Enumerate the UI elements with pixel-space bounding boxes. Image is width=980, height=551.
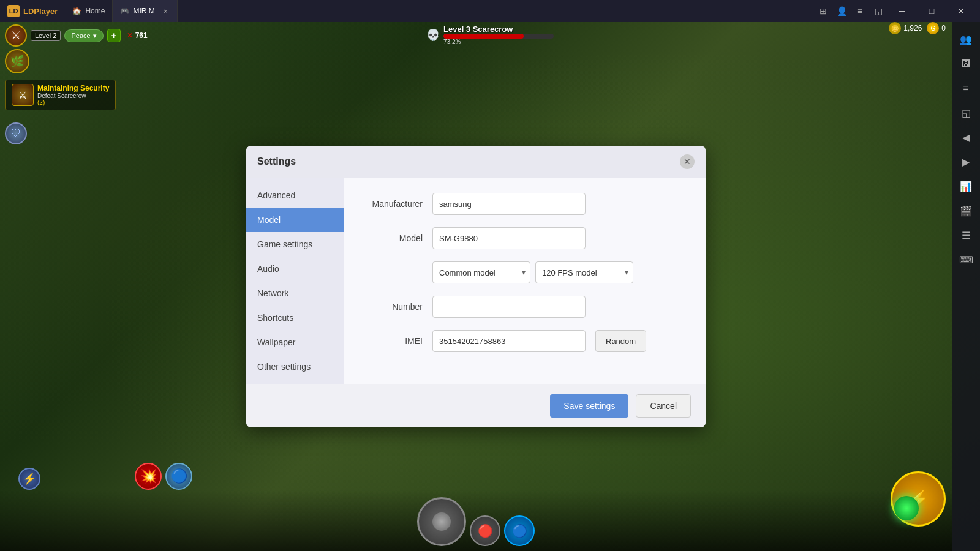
sidebar-icon-list[interactable]: ☰ <box>955 224 977 246</box>
window-controls: ─ □ ✕ <box>888 0 975 22</box>
dialog-footer: Save settings Cancel <box>246 384 706 427</box>
model-row: Model <box>361 227 688 249</box>
sidebar-item-advanced[interactable]: Advanced <box>246 183 344 208</box>
dialog-content: Manufacturer Model Common model <box>344 178 706 384</box>
number-input[interactable] <box>432 296 586 318</box>
mir-m-tab-icon: 🎮 <box>120 7 129 15</box>
number-label: Number <box>361 302 423 312</box>
sidebar-icon-video[interactable]: 🎬 <box>955 200 977 222</box>
maximize-button[interactable]: □ <box>918 0 946 22</box>
titlebar-icon-4[interactable]: ◱ <box>870 2 887 20</box>
manufacturer-label: Manufacturer <box>361 199 423 209</box>
model-input[interactable] <box>432 227 586 249</box>
titlebar-icon-3[interactable]: ≡ <box>851 2 869 20</box>
home-tab-label: Home <box>85 7 105 15</box>
close-button[interactable]: ✕ <box>947 0 975 22</box>
sidebar-icon-forward[interactable]: ▶ <box>955 151 977 173</box>
manufacturer-input[interactable] <box>432 193 586 215</box>
titlebar-right: ⊞ 👤 ≡ ◱ ─ □ ✕ <box>815 0 980 22</box>
model-label: Model <box>361 233 423 243</box>
titlebar-icon-2[interactable]: 👤 <box>833 2 850 20</box>
dialog-overlay: Settings ✕ Advanced Model Game settings … <box>0 22 952 551</box>
imei-label: IMEI <box>361 336 423 346</box>
fps-model-wrapper: 120 FPS model <box>535 261 633 283</box>
sidebar-icon-menu[interactable]: ≡ <box>955 77 977 99</box>
tab-home[interactable]: 🏠 Home <box>65 0 113 22</box>
sidebar-item-shortcuts[interactable]: Shortcuts <box>246 305 344 330</box>
common-model-wrapper: Common model <box>432 261 530 283</box>
sidebar-item-audio[interactable]: Audio <box>246 257 344 281</box>
titlebar-icon-1[interactable]: ⊞ <box>815 2 832 20</box>
save-settings-button[interactable]: Save settings <box>550 394 628 418</box>
sidebar-icon-stats[interactable]: 📊 <box>955 175 977 197</box>
dialog-title: Settings <box>257 156 296 167</box>
minimize-button[interactable]: ─ <box>888 0 916 22</box>
random-button[interactable]: Random <box>595 330 646 352</box>
settings-dialog: Settings ✕ Advanced Model Game settings … <box>246 146 706 427</box>
app-logo-icon: LD <box>7 5 20 17</box>
titlebar: LD LDPlayer 🏠 Home 🎮 MIR M ✕ ⊞ 👤 ≡ ◱ ─ □… <box>0 0 980 22</box>
number-row: Number <box>361 296 688 318</box>
imei-row: IMEI Random <box>361 330 688 352</box>
model-selects-row: Common model 120 FPS model <box>361 261 688 283</box>
sidebar-icon-back[interactable]: ◀ <box>955 126 977 148</box>
dialog-body: Advanced Model Game settings Audio Netwo… <box>246 178 706 384</box>
sidebar-item-game-settings[interactable]: Game settings <box>246 232 344 257</box>
right-sidebar: 👥 🖼 ≡ ◱ ◀ ▶ 📊 🎬 ☰ ⌨ <box>952 22 980 551</box>
sidebar-item-network[interactable]: Network <box>246 281 344 305</box>
sidebar-icon-keyboard[interactable]: ⌨ <box>955 249 977 271</box>
manufacturer-row: Manufacturer <box>361 193 688 215</box>
sidebar-item-other-settings[interactable]: Other settings <box>246 354 344 379</box>
sidebar-item-wallpaper[interactable]: Wallpaper <box>246 330 344 354</box>
dialog-sidebar: Advanced Model Game settings Audio Netwo… <box>246 178 344 384</box>
sidebar-item-model[interactable]: Model <box>246 208 344 232</box>
model-selects-group: Common model 120 FPS model <box>432 261 633 283</box>
home-tab-icon: 🏠 <box>72 7 81 15</box>
tab-mir-m[interactable]: 🎮 MIR M ✕ <box>113 0 177 22</box>
fps-model-select[interactable]: 120 FPS model <box>535 261 633 283</box>
imei-input[interactable] <box>432 330 586 352</box>
sidebar-icon-resize[interactable]: ◱ <box>955 102 977 124</box>
cancel-button[interactable]: Cancel <box>636 394 691 418</box>
app-logo: LD LDPlayer <box>0 5 65 17</box>
sidebar-icon-gallery[interactable]: 🖼 <box>955 53 977 75</box>
common-model-select[interactable]: Common model <box>432 261 530 283</box>
dialog-close-button[interactable]: ✕ <box>680 154 695 169</box>
app-name: LDPlayer <box>23 7 58 16</box>
dialog-header: Settings ✕ <box>246 146 706 178</box>
mir-m-tab-label: MIR M <box>133 7 154 15</box>
tab-close-button[interactable]: ✕ <box>161 7 170 15</box>
sidebar-icon-users[interactable]: 👥 <box>955 28 977 50</box>
